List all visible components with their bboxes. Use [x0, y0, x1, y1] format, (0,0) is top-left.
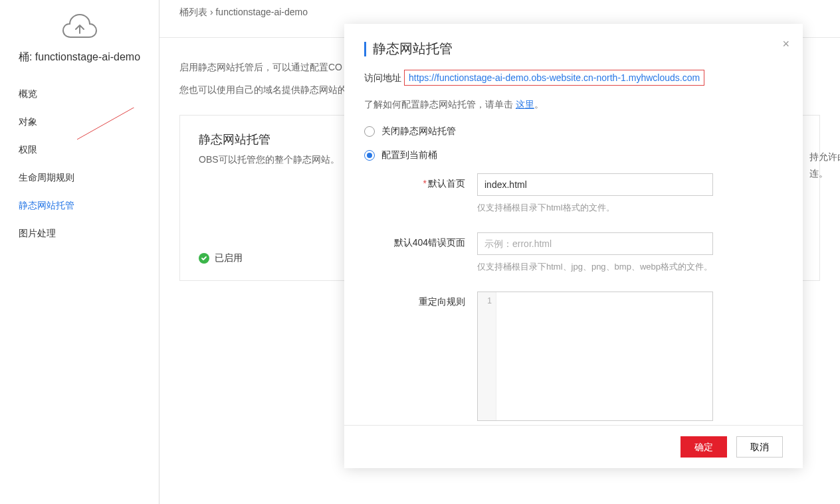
access-url-link[interactable]: https://functionstage-ai-demo.obs-websit…	[409, 72, 700, 83]
accent-bar	[364, 42, 366, 56]
row-404: 默认404错误页面 仅支持桶根目录下html、jpg、png、bmp、webp格…	[364, 232, 783, 288]
index-label: *默认首页	[364, 173, 477, 228]
error-hint: 仅支持桶根目录下html、jpg、png、bmp、webp格式的文件。	[477, 260, 716, 274]
cancel-button[interactable]: 取消	[736, 436, 783, 458]
index-input[interactable]	[477, 173, 713, 196]
modal-title: 静态网站托管	[373, 40, 453, 58]
close-icon[interactable]: ×	[782, 37, 789, 51]
error-input[interactable]	[477, 232, 713, 255]
ok-button[interactable]: 确定	[681, 436, 727, 458]
row-redirect: 重定向规则 1	[364, 292, 783, 421]
row-index: *默认首页 仅支持桶根目录下html格式的文件。	[364, 173, 783, 228]
radio-icon-checked	[364, 150, 375, 161]
radio-enable[interactable]: 配置到当前桶	[364, 149, 783, 161]
modal-footer: 确定 取消	[344, 425, 803, 468]
access-row: 访问地址 https://functionstage-ai-demo.obs-w…	[364, 70, 783, 86]
modal-body: 访问地址 https://functionstage-ai-demo.obs-w…	[344, 58, 803, 421]
index-hint: 仅支持桶根目录下html格式的文件。	[477, 201, 716, 215]
access-label: 访问地址	[364, 72, 401, 84]
help-text: 了解如何配置静态网站托管，请单击 这里。	[364, 99, 783, 111]
modal-header: 静态网站托管 ×	[344, 24, 803, 58]
help-link[interactable]: 这里	[516, 99, 534, 110]
redirect-editor[interactable]: 1	[477, 292, 713, 421]
static-hosting-modal: 静态网站托管 × 访问地址 https://functionstage-ai-d…	[344, 24, 803, 468]
modal-backdrop: 静态网站托管 × 访问地址 https://functionstage-ai-d…	[0, 0, 840, 504]
error-label: 默认404错误页面	[364, 232, 477, 288]
radio-disable[interactable]: 关闭静态网站托管	[364, 126, 783, 137]
code-text[interactable]	[496, 292, 712, 420]
access-url-highlight: https://functionstage-ai-demo.obs-websit…	[404, 70, 704, 86]
line-gutter: 1	[478, 292, 496, 420]
radio-enable-label: 配置到当前桶	[381, 149, 437, 161]
redirect-label: 重定向规则	[364, 292, 477, 421]
radio-icon	[364, 126, 375, 137]
radio-disable-label: 关闭静态网站托管	[381, 126, 456, 137]
